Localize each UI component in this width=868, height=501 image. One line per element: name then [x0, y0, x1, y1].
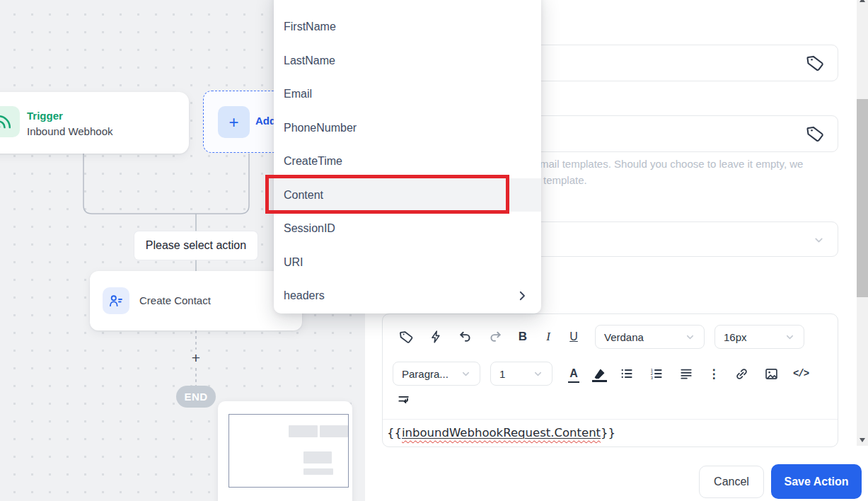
dropdown-item-content[interactable]: Content — [274, 178, 541, 212]
font-family-value: Verdana — [604, 331, 644, 343]
placeholder-bar — [303, 468, 333, 475]
select-action-prompt: Please select action — [134, 231, 257, 260]
dropdown-item-phonenumber[interactable]: PhoneNumber — [274, 111, 541, 145]
trigger-node-title: Trigger — [27, 110, 63, 122]
trigger-node-subtitle: Inbound Webhook — [27, 125, 113, 137]
editor-toolbar-row1: B I U Verdana 16px — [393, 323, 804, 351]
link-icon[interactable] — [728, 362, 755, 386]
editor-content[interactable]: {{inboundWebhookRequest.Content}} — [387, 426, 832, 439]
create-contact-node[interactable]: Create Contact — [90, 271, 302, 330]
add-step-plus-button[interactable]: + — [188, 350, 204, 366]
rich-text-editor: B I U Verdana 16px Paragra... 1 — [382, 313, 838, 447]
dropdown-item-uri[interactable]: URI — [274, 246, 541, 280]
end-node: END — [176, 386, 216, 408]
scrollbar-down-arrow[interactable] — [860, 438, 865, 442]
chevron-down-icon — [533, 369, 543, 379]
scrollbar[interactable] — [857, 0, 868, 446]
ordered-list-icon[interactable]: 1 2 3 — [643, 362, 670, 386]
chevron-down-icon — [461, 369, 471, 379]
placeholder-bar — [320, 425, 348, 437]
code-view-button[interactable]: </> — [787, 362, 814, 386]
plus-icon: + — [218, 106, 250, 138]
font-size-value: 16px — [724, 331, 747, 343]
text-color-button[interactable]: A — [562, 362, 585, 386]
line-break-icon[interactable] — [393, 388, 415, 412]
template-open-braces: {{ — [387, 426, 402, 439]
lightning-icon[interactable] — [422, 325, 449, 349]
dropdown-item-lastname[interactable]: LastName — [274, 44, 541, 78]
create-contact-label: Create Contact — [139, 294, 211, 306]
italic-button[interactable]: I — [537, 325, 560, 349]
template-close-braces: }} — [601, 426, 615, 439]
redo-icon[interactable] — [482, 325, 509, 349]
underline-button[interactable]: U — [562, 325, 585, 349]
tag-icon[interactable] — [806, 125, 825, 144]
dropdown-item-firstname[interactable]: FirstName — [274, 10, 541, 44]
bullet-list-icon[interactable] — [613, 362, 640, 386]
chevron-right-icon — [516, 289, 528, 302]
tag-icon[interactable] — [393, 325, 419, 349]
dropdown-item-createtime[interactable]: CreateTime — [274, 144, 541, 178]
contact-person-icon — [103, 287, 129, 314]
highlight-button[interactable] — [588, 362, 611, 386]
preview-card[interactable] — [218, 401, 352, 501]
webhook-signal-icon — [0, 106, 20, 137]
editor-divider — [383, 419, 838, 420]
bold-button[interactable]: B — [511, 325, 534, 349]
font-size-select[interactable]: 16px — [714, 325, 804, 349]
workflow-builder-app: Trigger Inbound Webhook + Add Please sel… — [0, 0, 868, 501]
dropdown-item-sessionid[interactable]: SessionID — [274, 212, 541, 246]
paragraph-value: Paragra... — [402, 368, 449, 380]
font-family-select[interactable]: Verdana — [595, 325, 705, 349]
helper-text-line2: template. — [543, 174, 587, 186]
image-icon[interactable] — [758, 362, 785, 386]
more-options-button[interactable]: ⋮ — [702, 362, 725, 386]
trigger-node[interactable]: Trigger Inbound Webhook — [0, 92, 189, 154]
save-action-button[interactable]: Save Action — [771, 464, 862, 499]
svg-text:3: 3 — [651, 376, 653, 380]
cancel-button[interactable]: Cancel — [699, 466, 764, 498]
editor-toolbar-row2: Paragra... 1 A — [393, 359, 814, 388]
placeholder-bar — [289, 425, 318, 437]
preview-viewport-rect — [228, 414, 349, 488]
variable-picker-dropdown: FirstName LastName Email PhoneNumber Cre… — [274, 0, 541, 313]
line-height-select[interactable]: 1 — [490, 362, 552, 386]
chevron-down-icon — [785, 332, 795, 342]
tag-icon[interactable] — [806, 54, 825, 73]
template-variable: inboundWebhookRequest.Content — [402, 426, 601, 439]
helper-text-line1: mail templates. Should you choose to lea… — [540, 158, 803, 170]
add-step-label: Add — [255, 115, 276, 127]
placeholder-bar — [303, 451, 332, 463]
scrollbar-up-arrow[interactable] — [860, 0, 865, 2]
chevron-down-icon — [685, 332, 695, 342]
dropdown-item-email[interactable]: Email — [274, 77, 541, 111]
editor-toolbar-row3 — [393, 389, 415, 410]
line-height-value: 1 — [499, 368, 505, 380]
undo-icon[interactable] — [452, 325, 479, 349]
dropdown-item-headers[interactable]: headers — [274, 279, 541, 313]
scrollbar-thumb[interactable] — [857, 99, 868, 297]
align-icon[interactable] — [673, 362, 700, 386]
paragraph-select[interactable]: Paragra... — [393, 362, 480, 386]
chevron-down-icon — [813, 234, 825, 246]
